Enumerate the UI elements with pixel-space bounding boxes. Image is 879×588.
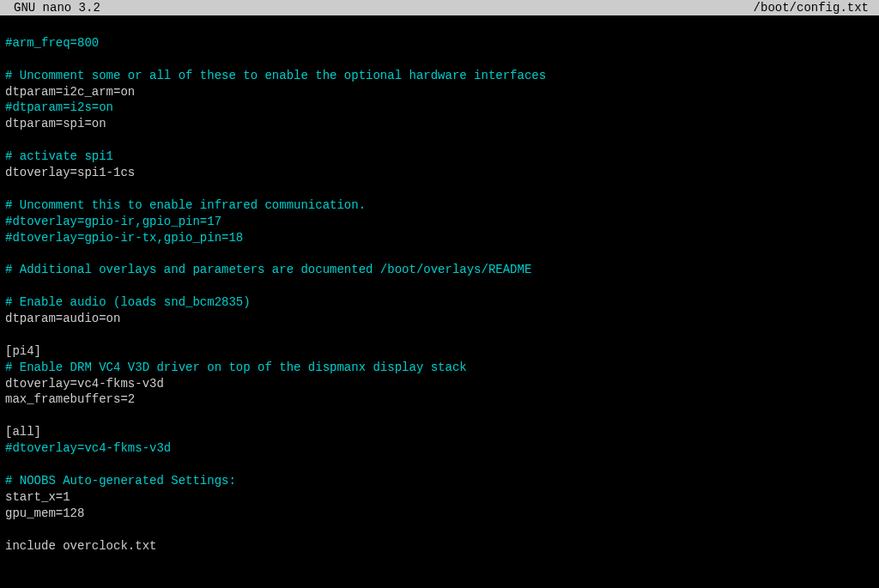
editor-line[interactable]: start_x=1: [5, 489, 874, 506]
editor-line[interactable]: dtoverlay=vc4-fkms-v3d: [5, 376, 874, 392]
editor-line[interactable]: [5, 408, 874, 424]
editor-line[interactable]: [5, 278, 874, 294]
filename: /boot/config.txt: [754, 1, 872, 15]
editor-line[interactable]: # NOOBS Auto-generated Settings:: [5, 473, 874, 489]
editor-line[interactable]: # activate spi1: [5, 149, 874, 165]
editor-content[interactable]: #arm_freq=800 # Uncomment some or all of…: [0, 15, 879, 557]
editor-line[interactable]: #dtoverlay=vc4-fkms-v3d: [5, 440, 874, 457]
editor-line[interactable]: [5, 457, 874, 473]
editor-line[interactable]: dtoverlay=spi1-1cs: [5, 165, 874, 181]
editor-line[interactable]: # Uncomment some or all of these to enab…: [5, 68, 874, 84]
titlebar: GNU nano 3.2 /boot/config.txt: [0, 0, 879, 15]
editor-line[interactable]: #dtoverlay=gpio-ir,gpio_pin=17: [5, 214, 874, 230]
editor-line[interactable]: #dtparam=i2s=on: [5, 100, 874, 116]
editor-line[interactable]: [5, 181, 874, 197]
editor-line[interactable]: gpu_mem=128: [5, 506, 874, 522]
editor-line[interactable]: # Enable audio (loads snd_bcm2835): [5, 294, 874, 311]
editor-line[interactable]: [5, 246, 874, 262]
editor-line[interactable]: # Additional overlays and parameters are…: [5, 262, 874, 278]
editor-line[interactable]: [5, 327, 874, 343]
app-name: GNU nano 3.2: [7, 1, 100, 15]
editor-line[interactable]: #arm_freq=800: [5, 35, 874, 52]
editor-line[interactable]: [pi4]: [5, 343, 874, 360]
editor-line[interactable]: [5, 52, 874, 68]
editor-line[interactable]: #dtoverlay=gpio-ir-tx,gpio_pin=18: [5, 230, 874, 246]
editor-line[interactable]: # Enable DRM VC4 V3D driver on top of th…: [5, 360, 874, 376]
editor-line[interactable]: dtparam=spi=on: [5, 116, 874, 132]
editor-line[interactable]: # Uncomment this to enable infrared comm…: [5, 197, 874, 214]
editor-line[interactable]: [5, 522, 874, 538]
editor-line[interactable]: dtparam=i2c_arm=on: [5, 84, 874, 100]
editor-line[interactable]: [all]: [5, 424, 874, 440]
editor-line[interactable]: include overclock.txt: [5, 538, 874, 555]
editor-line[interactable]: [5, 19, 874, 35]
editor-line[interactable]: max_framebuffers=2: [5, 391, 874, 408]
editor-line[interactable]: [5, 132, 874, 149]
editor-line[interactable]: dtparam=audio=on: [5, 311, 874, 327]
